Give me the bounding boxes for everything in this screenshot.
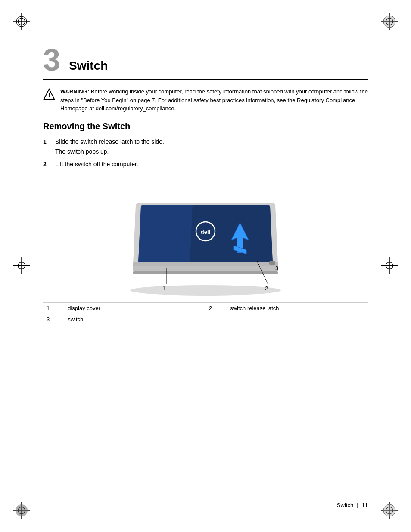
svg-point-29 bbox=[130, 285, 281, 296]
footer-page-num: 11 bbox=[362, 502, 368, 508]
page-container: 3 Switch ! WARNING: Before working insid… bbox=[0, 0, 411, 532]
chapter-title: Switch bbox=[69, 59, 108, 75]
page-footer: Switch | 11 bbox=[337, 502, 368, 508]
corner-mark-br bbox=[381, 502, 398, 519]
warning-icon: ! bbox=[43, 88, 55, 102]
step-2-content: Lift the switch off the computer. bbox=[55, 160, 138, 169]
side-mark-left bbox=[13, 257, 30, 275]
chapter-number: 3 bbox=[43, 44, 60, 75]
legend-row-1: 1 display cover 2 switch release latch bbox=[43, 302, 368, 314]
svg-text:2: 2 bbox=[265, 285, 268, 292]
svg-point-17 bbox=[383, 504, 395, 516]
legend-table: 1 display cover 2 switch release latch 3… bbox=[43, 302, 368, 325]
legend-2-num: 2 bbox=[206, 302, 227, 314]
step-1-sub: The switch pops up. bbox=[55, 147, 164, 156]
corner-mark-bl bbox=[13, 502, 30, 519]
side-mark-right bbox=[381, 257, 398, 275]
svg-rect-34 bbox=[133, 262, 278, 266]
footer-separator: | bbox=[357, 502, 358, 508]
step-2-num: 2 bbox=[43, 160, 51, 169]
step-2: 2 Lift the switch off the computer. bbox=[43, 160, 368, 169]
legend-4-num bbox=[206, 314, 227, 325]
illustration-container: dell 1 2 3 bbox=[43, 177, 368, 298]
corner-mark-tr bbox=[381, 13, 398, 30]
step-2-text: Lift the switch off the computer. bbox=[55, 160, 138, 169]
legend-4-label bbox=[227, 314, 368, 325]
warning-box: ! WARNING: Before working inside your co… bbox=[43, 87, 368, 113]
chapter-header: 3 Switch bbox=[43, 44, 368, 80]
svg-text:dell: dell bbox=[201, 229, 210, 235]
svg-point-8 bbox=[383, 16, 395, 28]
footer-text: Switch bbox=[337, 502, 353, 508]
warning-text: WARNING: Before working inside your comp… bbox=[60, 87, 368, 113]
steps-list: 1 Slide the switch release latch to the … bbox=[43, 137, 368, 169]
legend-1-num: 1 bbox=[43, 302, 64, 314]
section-heading: Removing the Switch bbox=[43, 121, 368, 131]
legend-1-label: display cover bbox=[64, 302, 206, 314]
svg-rect-31 bbox=[133, 271, 278, 274]
svg-text:!: ! bbox=[48, 92, 50, 99]
svg-text:1: 1 bbox=[162, 285, 165, 292]
corner-mark-bm bbox=[0, 26, 206, 44]
warning-body: Before working inside your computer, rea… bbox=[60, 88, 368, 112]
legend-2-label: switch release latch bbox=[227, 302, 368, 314]
device-illustration: dell 1 2 3 bbox=[115, 177, 296, 298]
svg-point-12 bbox=[16, 504, 28, 516]
step-1-text: Slide the switch release latch to the si… bbox=[55, 137, 164, 146]
step-1-num: 1 bbox=[43, 137, 51, 146]
svg-rect-42 bbox=[269, 261, 275, 265]
legend-3-label: switch bbox=[64, 314, 206, 325]
warning-label: WARNING: bbox=[60, 88, 89, 95]
legend-row-2: 3 switch bbox=[43, 314, 368, 325]
svg-text:3: 3 bbox=[275, 265, 278, 271]
legend-3-num: 3 bbox=[43, 314, 64, 325]
step-1: 1 Slide the switch release latch to the … bbox=[43, 137, 368, 156]
step-1-content: Slide the switch release latch to the si… bbox=[55, 137, 164, 156]
